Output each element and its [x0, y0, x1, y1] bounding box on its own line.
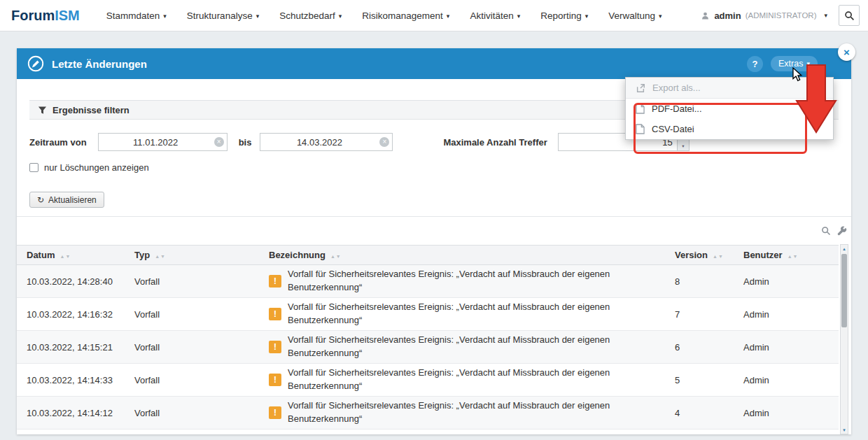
scroll-down-icon[interactable]: ▼	[841, 426, 848, 434]
chevron-down-icon: ▾	[163, 13, 167, 20]
sort-icon: ▲▼	[330, 254, 342, 259]
nav-item-aktivitaeten[interactable]: Aktivitäten▾	[470, 10, 520, 21]
incident-warning-icon: !	[269, 341, 281, 353]
cell-datum: 10.03.2022, 14:14:12	[17, 397, 125, 430]
cell-benutzer: Admin	[734, 298, 839, 331]
extras-label: Extras	[778, 59, 803, 69]
nav-item-schutzbedarf[interactable]: Schutzbedarf▾	[279, 10, 342, 21]
table-tools	[17, 217, 851, 239]
navbar-right: admin (ADMINISTRATOR) ▾	[701, 5, 860, 26]
cell-typ: Vorfall	[125, 397, 259, 430]
app-logo[interactable]: ForumISM	[11, 8, 80, 24]
refresh-button[interactable]: ↻ Aktualisieren	[29, 192, 104, 208]
scroll-up-icon[interactable]: ▲	[841, 245, 848, 253]
menu-item-label: PDF-Datei...	[652, 104, 702, 114]
incident-warning-icon: !	[269, 374, 281, 386]
chevron-down-icon: ▾	[585, 13, 589, 20]
brand-part1: Forum	[11, 8, 55, 23]
spinner-down-icon[interactable]: ▾	[678, 142, 689, 150]
nav-item-risikomanagement[interactable]: Risikomanagement▾	[362, 10, 449, 21]
search-button[interactable]	[839, 5, 860, 26]
chevron-down-icon: ▾	[339, 13, 342, 20]
table-row[interactable]: 10.03.2022, 14:16:32 Vorfall !Vorfall fü…	[17, 298, 839, 331]
cell-typ: Vorfall	[125, 364, 259, 397]
nav-item-reporting[interactable]: Reporting▾	[540, 10, 588, 21]
from-label: Zeitraum von	[29, 137, 87, 148]
search-icon	[844, 10, 855, 21]
to-date-wrap: ×	[260, 133, 393, 151]
refresh-icon: ↻	[37, 195, 44, 205]
cell-bezeichnung: !Vorfall für Sicherheitsrelevantes Ereig…	[259, 298, 665, 331]
nav-item-label: Schutzbedarf	[279, 10, 335, 21]
table-settings-wrench-icon[interactable]	[837, 226, 847, 236]
results-table-section: Datum▲▼ Typ▲▼ Bezeichnung▲▼ Version▲▼ Be…	[17, 217, 851, 430]
chevron-down-icon: ▾	[256, 13, 260, 20]
column-header-typ[interactable]: Typ▲▼	[125, 246, 259, 265]
cell-version: 5	[665, 364, 734, 397]
bezeichnung-text: Vorfall für Sicherheitsrelevantes Ereign…	[288, 268, 641, 294]
deletions-only-label: nur Löschungen anzeigen	[44, 162, 149, 173]
table-search-icon[interactable]	[821, 226, 831, 236]
close-button[interactable]: ×	[838, 43, 855, 61]
brand-part2: ISM	[55, 8, 80, 23]
menu-item-label: CSV-Datei	[652, 124, 694, 134]
column-label: Datum	[27, 250, 55, 260]
max-hits-label: Maximale Anzahl Treffer	[443, 137, 547, 148]
refresh-label: Aktualisieren	[48, 195, 97, 205]
cell-version: 6	[665, 331, 734, 364]
cell-datum: 10.03.2022, 14:16:32	[17, 298, 125, 331]
column-header-bezeichnung[interactable]: Bezeichnung▲▼	[259, 246, 665, 265]
nav-item-stammdaten[interactable]: Stammdaten▾	[106, 10, 167, 21]
deletions-only-checkbox[interactable]	[29, 163, 38, 172]
sort-icon: ▲▼	[713, 254, 724, 259]
column-header-version[interactable]: Version▲▼	[665, 246, 734, 265]
nav-item-label: Risikomanagement	[362, 10, 443, 21]
pdf-file-icon	[636, 104, 645, 114]
menu-item-csv-datei[interactable]: CSV-Datei	[626, 119, 833, 139]
table-scrollbar[interactable]: ▲ ▼	[840, 244, 848, 434]
filter-heading-label: Ergebnisse filtern	[52, 105, 130, 115]
to-date-input[interactable]	[260, 133, 393, 151]
cell-typ: Vorfall	[125, 298, 259, 331]
column-label: Benutzer	[743, 250, 783, 260]
incident-warning-icon: !	[269, 308, 281, 320]
chevron-down-icon: ▾	[447, 13, 450, 20]
nav-item-label: Stammdaten	[106, 10, 160, 21]
table-row[interactable]: 10.03.2022, 14:14:12 Vorfall !Vorfall fü…	[17, 397, 839, 430]
column-label: Version	[675, 250, 708, 260]
table-header: Datum▲▼ Typ▲▼ Bezeichnung▲▼ Version▲▼ Be…	[17, 246, 839, 265]
main-menu: Stammdaten▾ Strukturanalyse▾ Schutzbedar…	[106, 10, 662, 21]
filter-body: Zeitraum von × bis × Maximale Anzahl Tre…	[29, 133, 839, 208]
scrollbar-track[interactable]	[841, 327, 848, 426]
user-menu[interactable]: admin (ADMINISTRATOR) ▾	[701, 10, 827, 21]
csv-file-icon	[636, 124, 645, 134]
extras-button[interactable]: Extras▾	[771, 56, 818, 71]
chevron-down-icon: ▾	[659, 13, 662, 20]
chevron-down-icon: ▾	[517, 13, 521, 20]
nav-item-label: Aktivitäten	[470, 10, 513, 21]
column-header-datum[interactable]: Datum▲▼	[17, 246, 125, 265]
nav-item-label: Reporting	[540, 10, 582, 21]
nav-item-strukturanalyse[interactable]: Strukturanalyse▾	[187, 10, 259, 21]
help-button[interactable]: ?	[747, 56, 763, 72]
panel-title: Letzte Änderungen	[52, 58, 147, 70]
cell-bezeichnung: !Vorfall für Sicherheitsrelevantes Ereig…	[259, 265, 665, 298]
scrollbar-thumb[interactable]	[841, 254, 847, 327]
nav-item-verwaltung[interactable]: Verwaltung▾	[608, 10, 662, 21]
menu-item-pdf-datei[interactable]: PDF-Datei...	[626, 99, 833, 119]
table-row[interactable]: 10.03.2022, 14:28:40 Vorfall !Vorfall fü…	[17, 265, 839, 298]
top-navbar: ForumISM Stammdaten▾ Strukturanalyse▾ Sc…	[0, 0, 868, 31]
clear-from-icon[interactable]: ×	[214, 137, 224, 147]
nav-item-label: Verwaltung	[608, 10, 655, 21]
from-date-input[interactable]	[98, 133, 227, 151]
dropdown-header-export-als: Export als...	[626, 78, 833, 99]
table-row[interactable]: 10.03.2022, 14:14:33 Vorfall !Vorfall fü…	[17, 364, 839, 397]
from-date-wrap: ×	[98, 133, 227, 151]
dropdown-header-label: Export als...	[652, 83, 701, 93]
column-header-benutzer[interactable]: Benutzer▲▼	[734, 246, 839, 265]
table-row[interactable]: 10.03.2022, 14:15:21 Vorfall !Vorfall fü…	[17, 331, 839, 364]
chevron-down-icon: ▾	[824, 12, 827, 19]
cell-bezeichnung: !Vorfall für Sicherheitsrelevantes Ereig…	[259, 364, 665, 397]
sort-icon: ▲▼	[155, 254, 166, 259]
cell-version: 7	[665, 298, 734, 331]
